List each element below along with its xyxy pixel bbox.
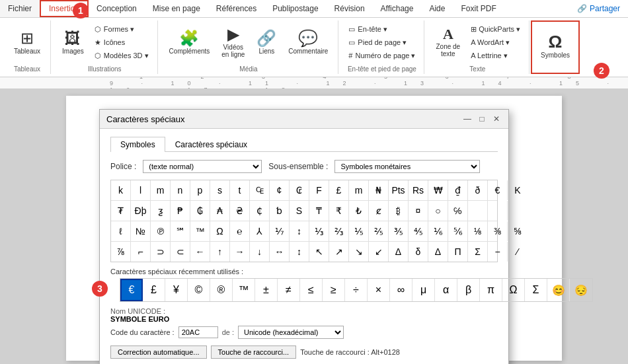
recently-cell-divide[interactable]: ÷ bbox=[345, 279, 368, 301]
symbol-cell[interactable]: Ω bbox=[210, 221, 230, 241]
recently-cell-sad[interactable]: 😔 bbox=[570, 279, 592, 301]
symbol-cell[interactable]: £ bbox=[329, 180, 349, 200]
recently-cell-infinity[interactable]: ∞ bbox=[390, 279, 412, 301]
symboles-button[interactable]: Ω Symboles bbox=[536, 30, 574, 62]
symbol-cell[interactable]: ⅜ bbox=[488, 221, 508, 241]
symbol-cell[interactable]: ȼ bbox=[369, 201, 389, 221]
entete-button[interactable]: ▭ En-tête ▾ bbox=[345, 23, 418, 36]
symbol-cell[interactable]: m bbox=[151, 180, 171, 200]
recently-cell-yen[interactable]: ¥ bbox=[165, 279, 188, 301]
symbol-cell[interactable]: ↙ bbox=[369, 242, 389, 262]
complements-button[interactable]: 🧩 Compléments bbox=[165, 27, 215, 58]
symbol-cell[interactable]: ↕ bbox=[290, 242, 309, 262]
symbol-cell[interactable]: ƺ bbox=[151, 201, 171, 221]
police-select[interactable]: (texte normal) bbox=[143, 160, 262, 173]
symbol-cell[interactable]: Σ bbox=[468, 242, 488, 262]
encoding-select[interactable]: Unicode (hexadécimal) bbox=[238, 326, 344, 339]
symbol-cell[interactable]: ↘ bbox=[349, 242, 369, 262]
icones-button[interactable]: ★ Icônes bbox=[91, 36, 152, 49]
commentaire-button[interactable]: 💬 Commentaire bbox=[284, 27, 333, 58]
symbol-cell[interactable]: ₿ bbox=[389, 201, 409, 221]
code-input[interactable] bbox=[178, 326, 218, 338]
symbol-cell[interactable]: ↔ bbox=[270, 242, 290, 262]
tab-mise-en-page[interactable]: Mise en page bbox=[145, 0, 208, 17]
symbol-cell[interactable]: ⅛ bbox=[468, 221, 488, 241]
symbol-cell[interactable]: ⊂ bbox=[171, 242, 190, 262]
symbol-cell[interactable]: n bbox=[171, 180, 190, 200]
symbol-cell[interactable]: δ bbox=[409, 242, 428, 262]
symbol-cell[interactable]: ⅔ bbox=[329, 221, 349, 241]
symbol-cell[interactable]: ¤ bbox=[409, 201, 428, 221]
symbol-cell[interactable]: ₹ bbox=[329, 201, 349, 221]
symbol-cell[interactable] bbox=[508, 201, 528, 221]
tab-caracteres-speciaux[interactable]: Caractères spéciaux bbox=[165, 137, 257, 152]
symbol-cell[interactable]: K bbox=[508, 180, 528, 200]
recently-cell-notequal[interactable]: ≠ bbox=[278, 279, 300, 301]
touche-raccourci-button[interactable]: Touche de raccourci... bbox=[211, 346, 297, 359]
symbol-cell[interactable]: ⊃ bbox=[151, 242, 171, 262]
symbol-cell[interactable]: t bbox=[230, 180, 250, 200]
correction-auto-button[interactable]: Correction automatique... bbox=[110, 346, 207, 359]
symbol-cell[interactable]: ₲ bbox=[190, 201, 210, 221]
sous-ensemble-select[interactable]: Symboles monétaires bbox=[334, 160, 480, 173]
tab-references[interactable]: Références bbox=[208, 0, 264, 17]
symbol-cell[interactable] bbox=[488, 201, 508, 221]
symbol-cell[interactable]: ₳ bbox=[210, 201, 230, 221]
recently-cell-pi[interactable]: π bbox=[480, 279, 502, 301]
dialog-maximize-button[interactable]: □ bbox=[477, 114, 487, 124]
recently-cell-pound[interactable]: £ bbox=[143, 279, 165, 301]
symbol-cell[interactable]: ⅖ bbox=[369, 221, 389, 241]
symbol-cell[interactable]: ₠ bbox=[250, 180, 270, 200]
symbol-cell[interactable]: ← bbox=[190, 242, 210, 262]
symbol-cell[interactable]: ⌐ bbox=[131, 242, 151, 262]
symbol-cell[interactable]: ₫ bbox=[448, 180, 468, 200]
tableaux-button[interactable]: ⊞ Tableaux bbox=[9, 27, 45, 58]
dialog-close-button[interactable]: ✕ bbox=[491, 114, 502, 124]
symbol-cell[interactable]: ⅘ bbox=[409, 221, 428, 241]
numero-page-button[interactable]: # Numéro de page ▾ bbox=[345, 50, 418, 62]
symbol-cell[interactable]: k bbox=[111, 180, 131, 200]
tab-aide[interactable]: Aide bbox=[421, 0, 453, 17]
symbol-cell[interactable]: m bbox=[349, 180, 369, 200]
symbol-cell[interactable]: ¢ bbox=[270, 180, 290, 200]
symbol-cell[interactable]: ₵ bbox=[250, 201, 270, 221]
dialog-minimize-button[interactable]: — bbox=[462, 114, 473, 124]
symbol-cell[interactable]: l bbox=[131, 180, 151, 200]
symbol-cell[interactable]: Pts bbox=[389, 180, 409, 200]
tab-symboles[interactable]: Symboles bbox=[110, 137, 165, 152]
symbol-cell[interactable]: ð bbox=[468, 180, 488, 200]
recently-cell-alpha[interactable]: α bbox=[435, 279, 457, 301]
symbol-cell[interactable]: ℗ bbox=[151, 221, 171, 241]
symbol-cell[interactable]: ⅐ bbox=[270, 221, 290, 241]
symbol-cell[interactable]: Δ bbox=[428, 242, 448, 262]
tab-conception[interactable]: Conception bbox=[89, 0, 145, 17]
symbol-cell[interactable]: ℮ bbox=[230, 221, 250, 241]
symbol-cell[interactable]: ↖ bbox=[309, 242, 329, 262]
symbol-cell[interactable]: ™ bbox=[190, 221, 210, 241]
symbol-cell[interactable]: ↓ bbox=[250, 242, 270, 262]
symbol-cell[interactable]: ℓ bbox=[111, 221, 131, 241]
symbol-cell[interactable]: ∕ bbox=[508, 242, 528, 262]
recently-cell-copyright[interactable]: © bbox=[188, 279, 210, 301]
images-button[interactable]: 🖼 Images bbox=[58, 27, 89, 58]
symbol-cell[interactable]: ⅞ bbox=[111, 242, 131, 262]
recently-cell-omega[interactable]: Ω bbox=[502, 279, 525, 301]
symbol-cell[interactable]: − bbox=[488, 242, 508, 262]
tab-revision[interactable]: Révision bbox=[327, 0, 373, 17]
recently-cell-beta[interactable]: β bbox=[457, 279, 480, 301]
symbol-cell[interactable]: s bbox=[210, 180, 230, 200]
symbol-cell[interactable]: S bbox=[290, 201, 309, 221]
recently-cell-times[interactable]: × bbox=[368, 279, 390, 301]
symbol-cell[interactable]: ₸ bbox=[309, 201, 329, 221]
tab-publipostage[interactable]: Publipostage bbox=[264, 0, 326, 17]
symbol-cell[interactable]: ₩ bbox=[428, 180, 448, 200]
quickparts-button[interactable]: ⊞ QuickParts ▾ bbox=[467, 23, 524, 36]
symbol-cell[interactable]: ₺ bbox=[349, 201, 369, 221]
recently-cell-sigma[interactable]: Σ bbox=[525, 279, 547, 301]
recently-cell-geq[interactable]: ≥ bbox=[323, 279, 345, 301]
symbol-cell[interactable]: ₢ bbox=[290, 180, 309, 200]
symbol-cell[interactable] bbox=[468, 201, 488, 221]
symbol-cell[interactable]: № bbox=[131, 221, 151, 241]
pied-page-button[interactable]: ▭ Pied de page ▾ bbox=[345, 36, 418, 49]
symbol-cell[interactable]: Rs bbox=[409, 180, 428, 200]
